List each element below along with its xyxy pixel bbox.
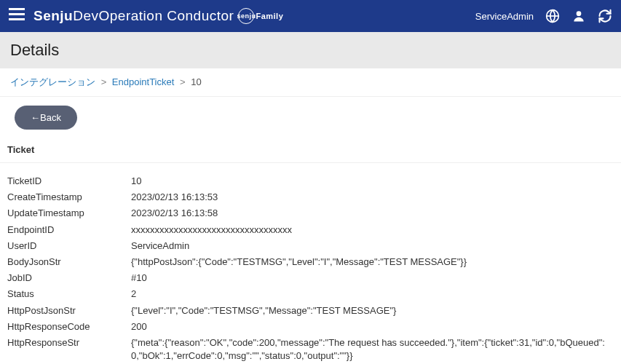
field-label: EndpointID bbox=[7, 223, 131, 237]
field-value: {"Level":"I","Code":"TESTMSG","Message":… bbox=[131, 304, 614, 317]
field-row: CreateTimestamp2023/02/13 16:13:53 bbox=[7, 189, 614, 205]
field-value: 200 bbox=[131, 320, 614, 333]
breadcrumb-link-endpointticket[interactable]: EndpointTicket bbox=[112, 76, 175, 87]
brand-sub-text: Family bbox=[256, 12, 283, 20]
brand-sub: senju Family bbox=[238, 8, 283, 24]
field-label: HttpResponseStr bbox=[7, 336, 131, 363]
field-label: TicketID bbox=[7, 175, 131, 188]
svg-point-4 bbox=[577, 11, 582, 16]
field-row: UpdateTimestamp2023/02/13 16:13:58 bbox=[7, 205, 614, 221]
field-label: HttpResponseCode bbox=[7, 320, 131, 333]
field-label: BodyJsonStr bbox=[7, 256, 131, 269]
field-label: CreateTimestamp bbox=[7, 191, 131, 204]
brand-logo: Senju DevOperation Conductor senju Famil… bbox=[33, 8, 283, 24]
user-icon[interactable] bbox=[571, 9, 586, 23]
topbar: Senju DevOperation Conductor senju Famil… bbox=[0, 0, 621, 32]
breadcrumb: インテグレーション > EndpointTicket > 10 bbox=[0, 68, 621, 97]
field-value: xxxxxxxxxxxxxxxxxxxxxxxxxxxxxxxxxx bbox=[131, 223, 614, 237]
back-button[interactable]: ←Back bbox=[15, 106, 77, 130]
field-value: 10 bbox=[131, 175, 614, 188]
field-label: UserID bbox=[7, 240, 131, 253]
brand-light: DevOperation Conductor bbox=[73, 8, 234, 24]
page-title: Details bbox=[0, 32, 621, 68]
topbar-right: ServiceAdmin bbox=[475, 9, 612, 23]
field-value: 2023/02/13 16:13:58 bbox=[131, 207, 614, 220]
svg-rect-2 bbox=[9, 18, 25, 20]
current-user: ServiceAdmin bbox=[475, 11, 534, 22]
field-value: #10 bbox=[131, 272, 614, 285]
hamburger-icon[interactable] bbox=[9, 7, 25, 25]
arrow-left-icon: ← bbox=[31, 112, 40, 123]
svg-rect-1 bbox=[9, 13, 25, 15]
field-row: HttpPostJsonStr{"Level":"I","Code":"TEST… bbox=[7, 303, 614, 319]
field-value: 2023/02/13 16:13:53 bbox=[131, 191, 614, 204]
brand-bold: Senju bbox=[33, 8, 73, 24]
field-row: HttpResponseStr{"meta":{"reason":"OK","c… bbox=[7, 335, 614, 364]
breadcrumb-link-integration[interactable]: インテグレーション bbox=[10, 76, 95, 87]
back-button-label: Back bbox=[40, 112, 61, 123]
breadcrumb-sep: > bbox=[180, 76, 186, 87]
field-row: HttpResponseCode200 bbox=[7, 319, 614, 335]
field-row: TicketID10 bbox=[7, 173, 614, 189]
breadcrumb-current: 10 bbox=[191, 76, 201, 87]
field-row: UserIDServiceAdmin bbox=[7, 238, 614, 254]
brand-sub-circle: senju bbox=[238, 8, 254, 24]
field-row: Status2 bbox=[7, 286, 614, 302]
field-label: JobID bbox=[7, 272, 131, 285]
field-row: EndpointIDxxxxxxxxxxxxxxxxxxxxxxxxxxxxxx… bbox=[7, 222, 614, 238]
field-value: {"meta":{"reason":"OK","code":200,"messa… bbox=[131, 336, 614, 363]
field-value: {"httpPostJson":{"Code":"TESTMSG","Level… bbox=[131, 256, 614, 269]
field-label: UpdateTimestamp bbox=[7, 207, 131, 220]
field-row: JobID#10 bbox=[7, 270, 614, 286]
field-value: ServiceAdmin bbox=[131, 240, 614, 253]
refresh-icon[interactable] bbox=[598, 9, 612, 23]
globe-icon[interactable] bbox=[545, 9, 560, 23]
breadcrumb-sep: > bbox=[101, 76, 107, 87]
field-value: 2 bbox=[131, 288, 614, 301]
field-label: HttpPostJsonStr bbox=[7, 304, 131, 317]
field-label: Status bbox=[7, 288, 131, 301]
field-row: BodyJsonStr{"httpPostJson":{"Code":"TEST… bbox=[7, 254, 614, 270]
fields-container: TicketID10CreateTimestamp2023/02/13 16:1… bbox=[0, 163, 621, 364]
svg-rect-0 bbox=[9, 8, 25, 10]
section-title: Ticket bbox=[0, 138, 621, 163]
